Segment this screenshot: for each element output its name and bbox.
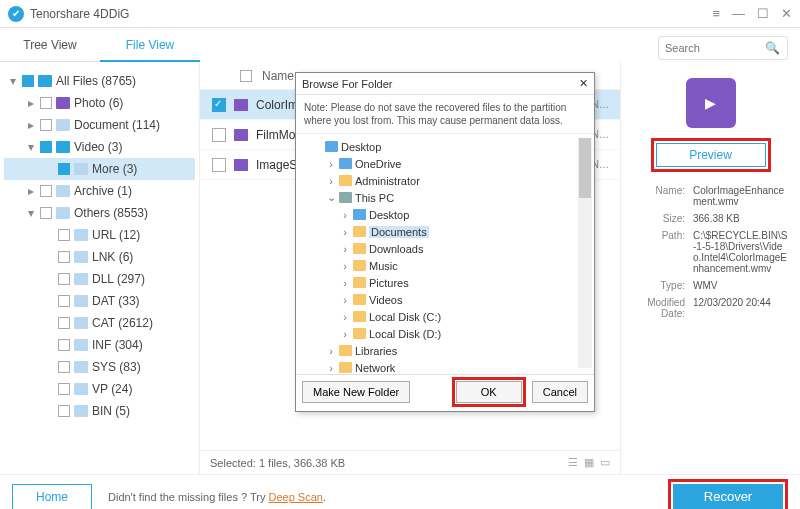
dialog-close-icon[interactable]: ✕ bbox=[579, 77, 588, 90]
recover-button[interactable]: Recover bbox=[673, 484, 783, 510]
home-button[interactable]: Home bbox=[12, 484, 92, 510]
tree-others[interactable]: ▾Others (8553) bbox=[4, 202, 195, 224]
deep-scan-link[interactable]: Deep Scan bbox=[268, 491, 322, 503]
dialog-scrollbar[interactable] bbox=[578, 138, 592, 368]
node-this-pc[interactable]: ⌄This PC bbox=[298, 189, 592, 206]
view-detail-icon[interactable]: ▭ bbox=[600, 456, 610, 469]
pc-icon bbox=[339, 192, 352, 203]
value-name: ColorImageEnhancement.wmv bbox=[693, 182, 790, 210]
select-all-checkbox[interactable] bbox=[240, 70, 252, 82]
file-checkbox[interactable] bbox=[212, 98, 226, 112]
preview-button[interactable]: Preview bbox=[656, 143, 766, 167]
titlebar: ✔ Tenorshare 4DDiG ≡ ― ☐ ✕ bbox=[0, 0, 800, 28]
value-type: WMV bbox=[693, 277, 790, 294]
file-checkbox[interactable] bbox=[212, 158, 226, 172]
tree-all-files[interactable]: ▾All Files (8765) bbox=[4, 70, 195, 92]
node-libraries[interactable]: ›Libraries bbox=[298, 342, 592, 359]
dialog-title: Browse For Folder bbox=[302, 78, 392, 90]
tree-bin[interactable]: BIN (5) bbox=[4, 400, 195, 422]
node-pictures[interactable]: ›Pictures bbox=[298, 274, 592, 291]
label-name: Name: bbox=[631, 182, 693, 210]
tree-photo[interactable]: ▸Photo (6) bbox=[4, 92, 195, 114]
status-bar: Selected: 1 files, 366.38 KB ☰ ▦ ▭ bbox=[200, 450, 620, 474]
tree-dat[interactable]: DAT (33) bbox=[4, 290, 195, 312]
node-desktop[interactable]: Desktop bbox=[298, 138, 592, 155]
highlight-preview: Preview bbox=[651, 138, 771, 172]
selection-status: Selected: 1 files, 366.38 KB bbox=[210, 457, 345, 469]
sidebar-tree: ▾All Files (8765) ▸Photo (6) ▸Document (… bbox=[0, 62, 200, 474]
ok-button[interactable]: OK bbox=[456, 381, 522, 403]
menu-icon[interactable]: ≡ bbox=[712, 6, 720, 21]
highlight-recover: Recover bbox=[668, 479, 788, 510]
label-date: Modified Date: bbox=[631, 294, 693, 322]
value-date: 12/03/2020 20:44 bbox=[693, 294, 790, 322]
tree-video-more[interactable]: More (3) bbox=[4, 158, 195, 180]
node-documents[interactable]: ›Documents bbox=[298, 223, 592, 240]
search-input[interactable] bbox=[665, 42, 765, 54]
value-path: C:\$RECYCLE.BIN\S-1-5-18\Drivers\Video.I… bbox=[693, 227, 790, 277]
preview-panel: Preview Name:ColorImageEnhancement.wmv S… bbox=[620, 62, 800, 474]
file-icon bbox=[234, 129, 248, 141]
file-icon bbox=[234, 159, 248, 171]
video-thumbnail-icon bbox=[686, 78, 736, 128]
search-icon[interactable]: 🔍 bbox=[765, 41, 780, 55]
label-type: Type: bbox=[631, 277, 693, 294]
tree-sys[interactable]: SYS (83) bbox=[4, 356, 195, 378]
footer: Home Didn't find the missing files ? Try… bbox=[0, 474, 800, 509]
col-name: Name bbox=[262, 69, 294, 83]
search-box[interactable]: 🔍 bbox=[658, 36, 788, 60]
tree-video[interactable]: ▾Video (3) bbox=[4, 136, 195, 158]
make-new-folder-button[interactable]: Make New Folder bbox=[302, 381, 410, 403]
node-videos[interactable]: ›Videos bbox=[298, 291, 592, 308]
video-icon bbox=[56, 141, 70, 153]
node-diskc[interactable]: ›Local Disk (C:) bbox=[298, 308, 592, 325]
view-list-icon[interactable]: ☰ bbox=[568, 456, 578, 469]
minimize-icon[interactable]: ― bbox=[732, 6, 745, 21]
highlight-ok: OK bbox=[452, 377, 526, 407]
value-size: 366.38 KB bbox=[693, 210, 790, 227]
tree-archive[interactable]: ▸Archive (1) bbox=[4, 180, 195, 202]
tree-inf[interactable]: INF (304) bbox=[4, 334, 195, 356]
label-path: Path: bbox=[631, 227, 693, 277]
app-logo-icon: ✔ bbox=[8, 6, 24, 22]
node-onedrive[interactable]: ›OneDrive bbox=[298, 155, 592, 172]
node-diskd[interactable]: ›Local Disk (D:) bbox=[298, 325, 592, 342]
tab-file-view[interactable]: File View bbox=[100, 28, 200, 62]
dialog-note: Note: Please do not save the recovered f… bbox=[296, 95, 594, 134]
tree-document[interactable]: ▸Document (114) bbox=[4, 114, 195, 136]
node-downloads[interactable]: ›Downloads bbox=[298, 240, 592, 257]
cancel-button[interactable]: Cancel bbox=[532, 381, 588, 403]
folder-tree: Desktop ›OneDrive ›Administrator ⌄This P… bbox=[296, 134, 594, 374]
close-icon[interactable]: ✕ bbox=[781, 6, 792, 21]
footer-hint: Didn't find the missing files ? Try Deep… bbox=[108, 491, 326, 503]
node-music[interactable]: ›Music bbox=[298, 257, 592, 274]
tree-vp[interactable]: VP (24) bbox=[4, 378, 195, 400]
app-title: Tenorshare 4DDiG bbox=[30, 7, 129, 21]
file-icon bbox=[234, 99, 248, 111]
node-desktop2[interactable]: ›Desktop bbox=[298, 206, 592, 223]
tree-url[interactable]: URL (12) bbox=[4, 224, 195, 246]
node-administrator[interactable]: ›Administrator bbox=[298, 172, 592, 189]
tree-cat[interactable]: CAT (2612) bbox=[4, 312, 195, 334]
view-grid-icon[interactable]: ▦ bbox=[584, 456, 594, 469]
tree-lnk[interactable]: LNK (6) bbox=[4, 246, 195, 268]
browse-folder-dialog: Browse For Folder✕ Note: Please do not s… bbox=[295, 72, 595, 412]
tree-dll[interactable]: DLL (297) bbox=[4, 268, 195, 290]
label-size: Size: bbox=[631, 210, 693, 227]
node-network[interactable]: ›Network bbox=[298, 359, 592, 374]
file-checkbox[interactable] bbox=[212, 128, 226, 142]
maximize-icon[interactable]: ☐ bbox=[757, 6, 769, 21]
tab-tree-view[interactable]: Tree View bbox=[0, 28, 100, 62]
